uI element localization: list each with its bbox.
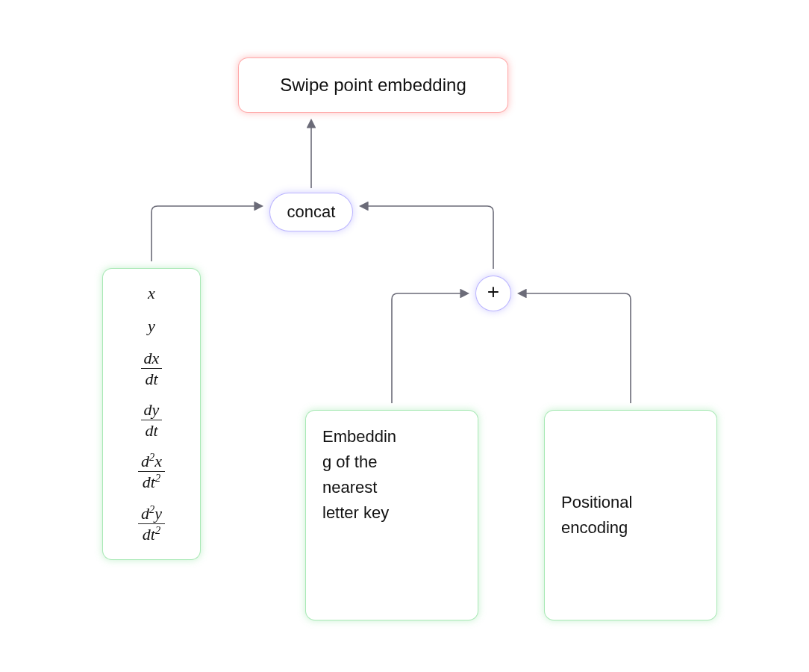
node-concat-label: concat [287,202,336,221]
feature-dx-dt: dx dt [141,349,163,388]
feature-d2x-num: d2x [138,452,165,470]
feature-x: x [148,284,155,303]
feature-d2y-dt2: d2y dt2 [138,505,165,543]
diagram-canvas: Swipe point embedding concat + x y dx dt… [0,0,809,672]
node-output: Swipe point embedding [239,58,507,112]
node-plus-label: + [487,280,499,303]
node-nearest-key-label: Embedding of the nearest letter key [322,427,396,522]
feature-y: y [148,317,155,336]
feature-d2x-den: dt2 [140,473,163,491]
arrow-embed-to-plus [392,293,467,403]
feature-dy-den: dt [142,422,160,439]
arrow-plus-to-concat [361,206,493,269]
feature-d2y-num: d2y [138,505,165,522]
arrow-posenc-to-plus [519,293,631,403]
feature-dy-num: dy [141,401,163,418]
feature-d2x-dt2: d2x dt2 [138,452,165,491]
feature-d2y-den: dt2 [140,526,163,543]
node-nearest-key-embedding: Embedding of the nearest letter key [306,411,478,620]
arrow-features-to-concat [152,206,261,261]
node-plus: + [476,276,510,311]
node-positional-encoding: Positional encoding [545,411,716,620]
feature-dx-den: dt [142,370,160,388]
node-features: x y dx dt dy dt d2x dt2 d2y dt2 [103,269,200,559]
feature-dy-dt: dy dt [141,401,163,439]
feature-dx-num: dx [141,349,163,367]
node-concat: concat [270,193,352,231]
node-posenc-label: Positional encoding [561,493,632,537]
node-output-label: Swipe point embedding [280,75,466,95]
